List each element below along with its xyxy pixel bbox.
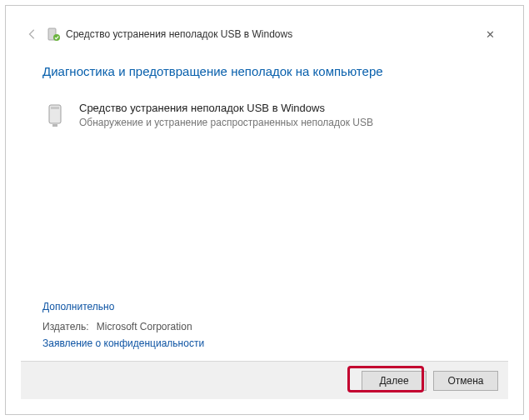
troubleshooter-window: Средство устранения неполадок USB в Wind… <box>21 21 508 399</box>
titlebar: Средство устранения неполадок USB в Wind… <box>21 21 508 48</box>
svg-point-1 <box>53 34 60 41</box>
advanced-link[interactable]: Дополнительно <box>42 301 204 312</box>
troubleshooter-description: Обнаружение и устранение распространенны… <box>79 117 373 128</box>
page-heading: Диагностика и предотвращение неполадок н… <box>42 64 487 78</box>
publisher-row: Издатель: Microsoft Corporation <box>42 321 204 332</box>
close-button[interactable]: ✕ <box>478 26 502 42</box>
back-arrow-icon[interactable] <box>24 26 41 42</box>
troubleshooter-name: Средство устранения неполадок USB в Wind… <box>79 102 373 114</box>
privacy-link[interactable]: Заявление о конфиденциальности <box>42 338 204 349</box>
next-button[interactable]: Далее <box>362 371 427 391</box>
publisher-label: Издатель: <box>42 321 89 332</box>
lower-links: Дополнительно Издатель: Microsoft Corpor… <box>42 296 204 349</box>
svg-rect-4 <box>52 124 57 127</box>
footer-bar: Далее Отмена <box>21 361 508 399</box>
troubleshooter-item[interactable]: Средство устранения неполадок USB в Wind… <box>42 102 487 130</box>
svg-rect-3 <box>51 107 59 109</box>
window-title: Средство устранения неполадок USB в Wind… <box>66 28 292 40</box>
outer-frame: Средство устранения неполадок USB в Wind… <box>5 5 524 415</box>
publisher-value: Microsoft Corporation <box>97 321 192 332</box>
device-icon <box>42 102 71 130</box>
window-icon <box>46 27 61 42</box>
cancel-button[interactable]: Отмена <box>433 371 498 391</box>
close-icon: ✕ <box>486 28 495 41</box>
content-area: Диагностика и предотвращение неполадок н… <box>21 64 508 359</box>
